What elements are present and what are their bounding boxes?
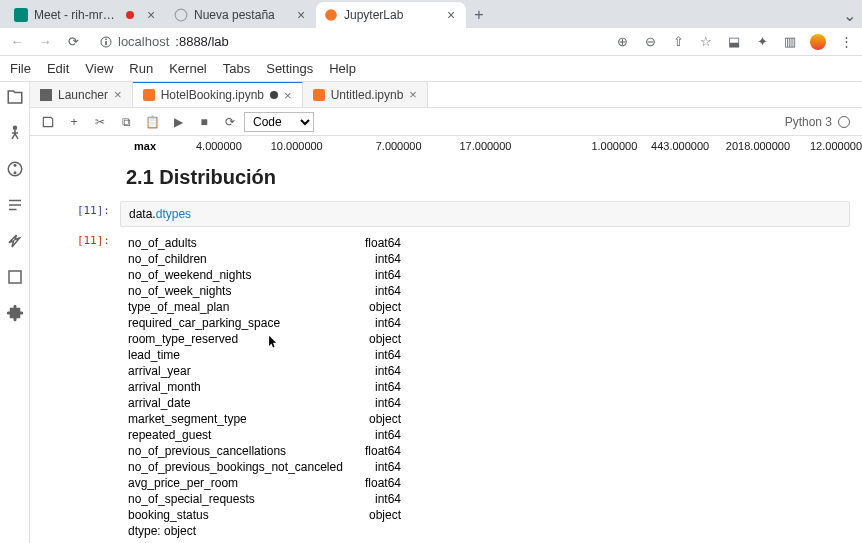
svg-rect-0 (14, 8, 28, 22)
tab-launcher[interactable]: Launcher × (30, 82, 133, 107)
forward-button: → (36, 33, 54, 51)
jlab-menubar: File Edit View Run Kernel Tabs Settings … (0, 56, 862, 82)
site-info-icon (100, 36, 112, 48)
paste-button[interactable]: 📋 (140, 111, 164, 133)
menu-help[interactable]: Help (329, 61, 356, 76)
toc-icon[interactable] (6, 196, 24, 214)
section-heading: 2.1 Distribución (30, 152, 862, 199)
svg-point-2 (325, 9, 337, 21)
puzzle-icon[interactable] (6, 304, 24, 322)
run-button[interactable]: ▶ (166, 111, 190, 133)
close-icon[interactable]: × (284, 88, 292, 103)
notebook-icon (313, 89, 325, 101)
table-row: max 4.000000 10.000000 7.000000 17.00000… (30, 140, 862, 152)
copy-button[interactable]: ⧉ (114, 111, 138, 133)
profile-avatar[interactable] (810, 34, 826, 50)
launcher-icon (40, 89, 52, 101)
close-icon[interactable]: × (444, 8, 458, 22)
close-icon[interactable]: × (294, 8, 308, 22)
browser-action-icons: ⊕ ⊖ ⇧ ☆ ⬓ ✦ ▥ ⋮ (614, 34, 854, 50)
kernel-indicator[interactable]: Python 3 (785, 115, 856, 129)
translate-icon[interactable]: ⊕ (614, 34, 630, 50)
unsaved-indicator-icon (270, 91, 278, 99)
close-icon[interactable]: × (409, 87, 417, 102)
extension-manager-icon[interactable] (6, 268, 24, 286)
kernel-name: Python 3 (785, 115, 832, 129)
extensions-icon[interactable]: ✦ (754, 34, 770, 50)
mouse-cursor-icon (268, 335, 278, 349)
url-host: localhost (118, 34, 169, 49)
browser-toolbar: ← → ⟳ localhost:8888/lab ⊕ ⊖ ⇧ ☆ ⬓ ✦ ▥ ⋮ (0, 28, 862, 56)
new-tab-button[interactable]: + (466, 2, 492, 28)
svg-point-9 (13, 171, 16, 174)
code-cell[interactable]: [11]: data.dtypes (30, 199, 862, 229)
document-tabs: Launcher × HotelBooking.ipynb × Untitled… (30, 82, 862, 108)
output-cell: [11]: no_of_adultsfloat64no_of_childreni… (30, 229, 862, 543)
notebook-icon (143, 89, 155, 101)
close-icon[interactable]: × (114, 87, 122, 102)
tab-label: Launcher (58, 88, 108, 102)
svg-point-8 (13, 164, 16, 167)
jupyter-icon (324, 8, 338, 22)
output-prompt: [11]: (30, 231, 120, 543)
menu-tabs[interactable]: Tabs (223, 61, 250, 76)
notebook-toolbar: + ✂ ⧉ 📋 ▶ ■ ⟳ Code Python 3 (30, 108, 862, 136)
menu-file[interactable]: File (10, 61, 31, 76)
browser-tabstrip: Meet - rih-mrpc-fte × Nueva pestaña × Ju… (0, 0, 862, 28)
back-button[interactable]: ← (8, 33, 26, 51)
browser-tab-newtab[interactable]: Nueva pestaña × (166, 2, 316, 28)
download-icon[interactable]: ⬓ (726, 34, 742, 50)
svg-point-6 (12, 126, 17, 131)
svg-rect-10 (9, 271, 21, 283)
address-bar[interactable]: localhost:8888/lab (92, 31, 604, 53)
side-panel-icon[interactable]: ▥ (782, 34, 798, 50)
browser-tab-meet[interactable]: Meet - rih-mrpc-fte × (6, 2, 166, 28)
tab-title: JupyterLab (344, 8, 438, 22)
tab-title: Meet - rih-mrpc-fte (34, 8, 120, 22)
save-button[interactable] (36, 111, 60, 133)
tab-label: HotelBooking.ipynb (161, 88, 264, 102)
menu-view[interactable]: View (85, 61, 113, 76)
stop-button[interactable]: ■ (192, 111, 216, 133)
kernel-status-icon (838, 116, 850, 128)
file-browser-icon[interactable] (6, 88, 24, 106)
reload-button[interactable]: ⟳ (64, 33, 82, 51)
globe-icon (174, 8, 188, 22)
meet-icon (14, 8, 28, 22)
bookmark-icon[interactable]: ☆ (698, 34, 714, 50)
svg-rect-4 (105, 41, 107, 45)
build-icon[interactable] (6, 232, 24, 250)
git-icon[interactable] (6, 160, 24, 178)
url-path: :8888/lab (175, 34, 229, 49)
zoom-icon[interactable]: ⊖ (642, 34, 658, 50)
jlab-left-sidebar (0, 82, 30, 543)
code-input[interactable]: data.dtypes (120, 201, 850, 227)
menu-edit[interactable]: Edit (47, 61, 69, 76)
share-icon[interactable]: ⇧ (670, 34, 686, 50)
chrome-menu-icon[interactable]: ⋮ (838, 34, 854, 50)
cut-button[interactable]: ✂ (88, 111, 112, 133)
svg-point-1 (175, 9, 187, 21)
close-icon[interactable]: × (144, 8, 158, 22)
tab-title: Nueva pestaña (194, 8, 288, 22)
input-prompt: [11]: (30, 201, 120, 227)
tab-hotelbooking[interactable]: HotelBooking.ipynb × (133, 82, 303, 107)
restart-button[interactable]: ⟳ (218, 111, 242, 133)
tab-untitled[interactable]: Untitled.ipynb × (303, 82, 428, 107)
add-cell-button[interactable]: + (62, 111, 86, 133)
cell-type-select[interactable]: Code (244, 112, 314, 132)
menu-settings[interactable]: Settings (266, 61, 313, 76)
running-icon[interactable] (6, 124, 24, 142)
recording-indicator-icon (126, 11, 134, 19)
browser-tab-jupyter[interactable]: JupyterLab × (316, 2, 466, 28)
menu-kernel[interactable]: Kernel (169, 61, 207, 76)
jupyterlab-app: File Edit View Run Kernel Tabs Settings … (0, 56, 862, 543)
menu-run[interactable]: Run (129, 61, 153, 76)
window-chevron-icon[interactable]: ⌄ (836, 2, 862, 28)
output-text: no_of_adultsfloat64no_of_childrenint64no… (120, 231, 850, 543)
svg-rect-5 (105, 38, 107, 40)
notebook-panel[interactable]: max 4.000000 10.000000 7.000000 17.00000… (30, 136, 862, 543)
tab-label: Untitled.ipynb (331, 88, 404, 102)
